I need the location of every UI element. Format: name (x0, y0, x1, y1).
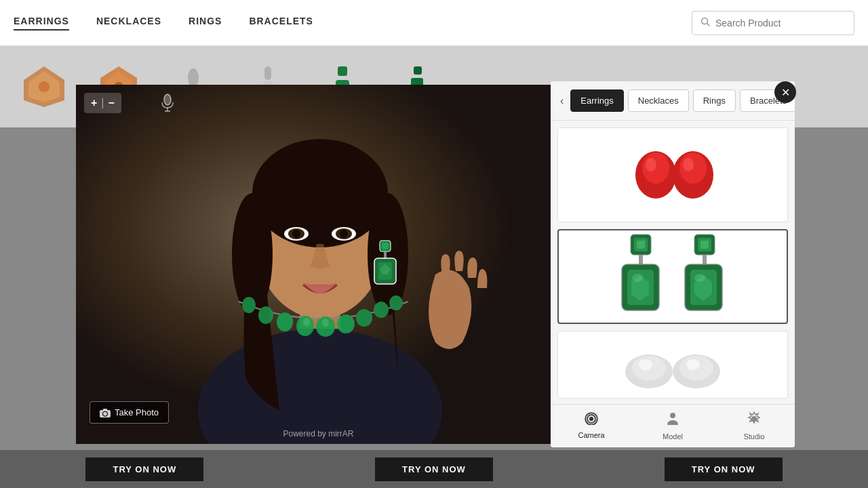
model-icon (665, 411, 680, 430)
svg-rect-14 (338, 66, 347, 76)
svg-point-36 (277, 312, 293, 331)
svg-point-35 (258, 306, 273, 324)
mic-icon (157, 93, 178, 117)
footer-camera-label: Camera (578, 431, 604, 439)
svg-point-51 (164, 94, 171, 105)
take-photo-label: Take Photo (115, 407, 159, 418)
powered-by-text: Powered by mirrAR (283, 429, 353, 439)
svg-point-4 (39, 81, 50, 92)
ar-camera-panel: + | − Take Photo Powered by mirrAR (76, 85, 561, 444)
product-thumb-1[interactable] (14, 56, 75, 117)
svg-point-43 (303, 318, 310, 326)
svg-rect-17 (414, 66, 422, 75)
sidebar-panel: ‹ Earrings Necklaces Rings Bracelets › (551, 81, 795, 447)
svg-rect-73 (701, 241, 709, 249)
svg-point-70 (632, 274, 643, 282)
svg-point-84 (686, 359, 700, 370)
svg-point-25 (252, 139, 388, 247)
search-input[interactable] (715, 18, 846, 28)
nav-rings[interactable]: RINGS (189, 16, 222, 30)
svg-point-62 (683, 158, 694, 171)
sidebar-footer: Camera Model Studio (551, 404, 795, 447)
zoom-divider: | (101, 97, 104, 109)
footer-tab-model[interactable]: Model (632, 405, 713, 447)
svg-point-59 (646, 158, 656, 171)
search-box[interactable] (692, 11, 854, 35)
svg-rect-66 (639, 255, 643, 264)
close-button[interactable]: ✕ (774, 81, 796, 103)
sidebar-tab-rings[interactable]: Rings (693, 89, 736, 112)
footer-tab-studio[interactable]: Studio (713, 405, 795, 447)
svg-line-1 (707, 23, 710, 26)
nav-earrings[interactable]: EARRINGS (14, 16, 69, 30)
svg-point-30 (292, 230, 300, 238)
sidebar-tabs: ‹ Earrings Necklaces Rings Bracelets › (551, 81, 795, 121)
svg-point-40 (356, 309, 372, 327)
sidebar-product-list (551, 121, 795, 404)
svg-point-33 (340, 230, 348, 238)
try-on-button-2[interactable]: TRY ON NOW (375, 458, 493, 481)
zoom-in-button[interactable]: + (91, 97, 97, 109)
svg-point-81 (639, 359, 652, 370)
sidebar-tab-necklaces[interactable]: Necklaces (628, 89, 689, 112)
product-card-red-earrings[interactable] (557, 127, 788, 222)
camera-icon (583, 411, 599, 428)
svg-rect-56 (103, 409, 107, 411)
top-navigation: EARRINGS NECKLACES RINGS BRACELETS (0, 0, 868, 46)
product-card-diamond-earrings[interactable] (557, 331, 788, 399)
search-icon (701, 17, 710, 29)
bottom-bar: TRY ON NOW TRY ON NOW TRY ON NOW (0, 450, 868, 488)
svg-point-87 (589, 417, 593, 421)
zoom-controls: + | − (84, 93, 121, 113)
svg-point-44 (322, 319, 329, 327)
svg-rect-65 (637, 241, 645, 249)
zoom-out-button[interactable]: − (108, 97, 115, 109)
try-on-button-1[interactable]: TRY ON NOW (85, 458, 203, 481)
footer-tab-camera[interactable]: Camera (551, 405, 632, 447)
footer-studio-label: Studio (743, 432, 764, 441)
svg-rect-46 (382, 243, 389, 249)
svg-rect-74 (703, 255, 707, 264)
nav-bracelets[interactable]: BRACELETS (249, 16, 313, 30)
svg-rect-11 (264, 66, 271, 80)
svg-point-42 (389, 296, 403, 310)
svg-point-78 (694, 274, 705, 282)
svg-point-89 (670, 413, 675, 418)
svg-point-58 (642, 152, 669, 184)
nav-necklaces[interactable]: NECKLACES (96, 16, 161, 30)
footer-model-label: Model (663, 432, 683, 441)
svg-point-41 (374, 302, 389, 318)
product-card-green-earrings[interactable] (557, 229, 788, 324)
svg-rect-47 (384, 251, 387, 258)
svg-point-61 (679, 152, 707, 184)
svg-point-39 (337, 314, 355, 333)
nav-links: EARRINGS NECKLACES RINGS BRACELETS (14, 16, 692, 30)
tab-arrow-left[interactable]: ‹ (557, 92, 566, 110)
take-photo-button[interactable]: Take Photo (90, 401, 169, 424)
camera-view: + | − Take Photo Powered by mirrAR (76, 85, 561, 444)
try-on-button-3[interactable]: TRY ON NOW (665, 458, 783, 481)
studio-icon (747, 411, 762, 430)
sidebar-tab-earrings[interactable]: Earrings (570, 89, 623, 112)
svg-point-34 (242, 297, 256, 313)
